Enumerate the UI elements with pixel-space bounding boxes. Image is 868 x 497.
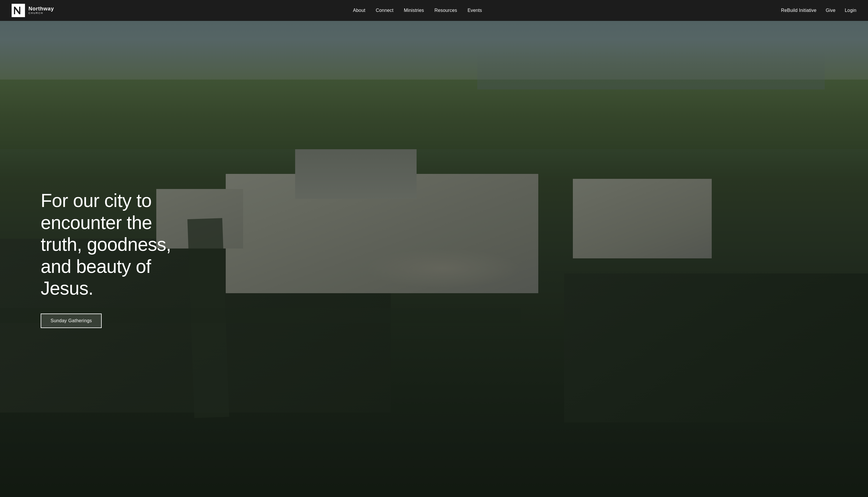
nav-resources[interactable]: Resources: [434, 8, 457, 13]
logo-text: Northway Church: [28, 6, 54, 15]
church-sub: Church: [28, 12, 54, 15]
nav-ministries[interactable]: Ministries: [404, 8, 424, 13]
hero-section: For our city to encounter the truth, goo…: [0, 0, 868, 497]
main-nav: Northway Church About Connect Ministries…: [0, 0, 868, 21]
svg-rect-0: [12, 4, 25, 17]
hero-content: For our city to encounter the truth, goo…: [0, 169, 238, 328]
nav-connect[interactable]: Connect: [376, 8, 394, 13]
hero-headline: For our city to encounter the truth, goo…: [41, 190, 198, 300]
church-name: Northway: [28, 6, 54, 12]
nav-right-links: ReBuild Initiative Give Login: [781, 8, 856, 13]
nav-about[interactable]: About: [353, 8, 365, 13]
logo-icon: [12, 4, 25, 17]
hero-cta-button[interactable]: Sunday Gatherings: [41, 314, 102, 328]
nav-login[interactable]: Login: [845, 8, 856, 13]
logo-link[interactable]: Northway Church: [12, 4, 54, 17]
nav-rebuild-initiative[interactable]: ReBuild Initiative: [781, 8, 816, 13]
nav-events[interactable]: Events: [467, 8, 482, 13]
nav-give[interactable]: Give: [826, 8, 836, 13]
nav-center-links: About Connect Ministries Resources Event…: [353, 8, 482, 13]
